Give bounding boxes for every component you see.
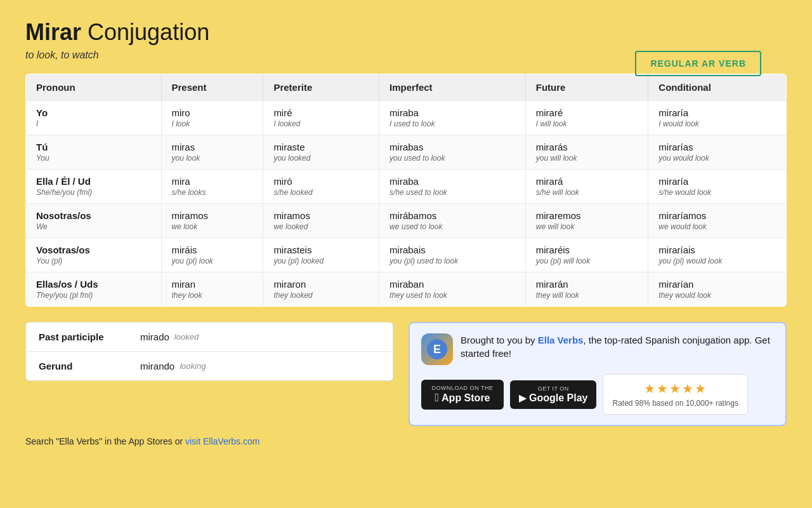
google-play-button[interactable]: GET IT ON ▶ Google Play	[510, 380, 596, 409]
promo-top: E Brought to you by Ella Verbs, the top-…	[421, 333, 774, 365]
verb-translation: you (pl) look	[172, 257, 253, 265]
participle-table: Past participle mirado looked Gerund mir…	[25, 322, 393, 381]
verb-cell: miraronthey looked	[263, 272, 379, 307]
table-row: Ellas/os / UdsThey/you (pl fml)miranthey…	[26, 272, 787, 307]
regular-verb-badge: REGULAR AR VERB	[635, 51, 761, 76]
verb-main: miraríais	[658, 244, 776, 255]
pronoun-cell: Ellas/os / UdsThey/you (pl fml)	[26, 272, 162, 307]
pronoun-main: Ella / Él / Ud	[36, 176, 151, 187]
pronoun-main: Tú	[36, 142, 151, 152]
verb-cell: miraríamoswe would look	[648, 204, 787, 238]
bottom-section: Past participle mirado looked Gerund mir…	[25, 322, 787, 426]
rating-stars: ★★★★★	[644, 381, 707, 396]
verb-translation: I look	[172, 119, 253, 128]
verb-cell: miraremoswe will look	[525, 204, 648, 238]
google-play-name: Google Play	[529, 392, 587, 404]
verb-translation: we will look	[536, 222, 638, 231]
verb-main: miraríamos	[658, 210, 776, 221]
table-row: Nosotras/osWemiramoswe lookmiramoswe loo…	[26, 204, 787, 238]
ella-verbs-link[interactable]: Ella Verbs	[538, 335, 584, 345]
gerund-trans: looking	[180, 361, 206, 371]
verb-translation: s/he will look	[536, 188, 638, 197]
pronoun-sub: You	[36, 154, 151, 163]
verb-translation: you (pl) used to look	[390, 257, 515, 265]
verb-cell: miramoswe looked	[263, 204, 379, 238]
pronoun-cell: YoI	[26, 101, 162, 135]
col-header-imperfect: Imperfect	[379, 74, 526, 101]
verb-main: mira	[172, 176, 253, 187]
verb-main: miraste	[273, 142, 369, 152]
verb-main: miramos	[172, 210, 253, 221]
gerund-label: Gerund	[39, 361, 140, 371]
verb-cell: miroI look	[161, 101, 263, 135]
app-store-button[interactable]: Download on the  App Store	[421, 380, 504, 410]
conjugation-table: Pronoun Present Preterite Imperfect Futu…	[25, 74, 787, 307]
verb-cell: mirasteisyou (pl) looked	[263, 238, 379, 272]
pronoun-sub: They/you (pl fml)	[36, 291, 151, 300]
verb-translation: you (pl) looked	[273, 257, 369, 265]
verb-cell: miráisyou (pl) look	[161, 238, 263, 272]
table-row: Vosotras/osYou (pl)miráisyou (pl) lookmi…	[26, 238, 787, 272]
ella-verbs-website-link[interactable]: visit EllaVerbs.com	[185, 436, 259, 446]
table-row: YoImiroI lookmiréI lookedmirabaI used to…	[26, 101, 787, 135]
rating-box: ★★★★★ Rated 98% based on 10,000+ ratings	[603, 374, 747, 415]
pronoun-cell: TúYou	[26, 135, 162, 170]
verb-main: miraré	[536, 107, 638, 118]
verb-translation: you would look	[658, 154, 776, 163]
verb-cell: mirasteyou looked	[263, 135, 379, 170]
verb-cell: miras/he looks	[161, 170, 263, 204]
verb-main: mirábamos	[390, 210, 515, 221]
verb-cell: miraréisyou (pl) will look	[525, 238, 648, 272]
verb-cell: miraréI will look	[525, 101, 648, 135]
verb-main: miraba	[390, 176, 515, 187]
verb-cell: mirasyou look	[161, 135, 263, 170]
pronoun-main: Ellas/os / Uds	[36, 279, 151, 290]
verb-cell: mirabaI used to look	[379, 101, 526, 135]
verb-translation: you will look	[536, 154, 638, 163]
verb-cell: miraránthey will look	[525, 272, 648, 307]
verb-translation: s/he would look	[658, 188, 776, 197]
verb-translation: s/he looked	[273, 188, 369, 197]
verb-cell: mirabanthey used to look	[379, 272, 526, 307]
verb-cell: miraríaI would look	[648, 101, 787, 135]
verb-main: mirarían	[658, 279, 776, 290]
promo-box: E Brought to you by Ella Verbs, the top-…	[409, 322, 787, 426]
verb-main: miran	[172, 279, 253, 290]
verb-cell: miraríanthey would look	[648, 272, 787, 307]
verb-main: mirarías	[658, 142, 776, 152]
verb-main: miraba	[390, 107, 515, 118]
col-header-present: Present	[161, 74, 263, 101]
verb-translation: they looked	[273, 291, 369, 300]
verb-translation: you look	[172, 154, 253, 163]
gerund-row: Gerund mirando looking	[26, 352, 393, 380]
verb-translation: we looked	[273, 222, 369, 231]
pronoun-main: Vosotras/os	[36, 244, 151, 255]
apple-logo-icon: 	[435, 391, 439, 404]
table-row: TúYoumirasyou lookmirasteyou lookedmirab…	[26, 135, 787, 170]
col-header-conditional: Conditional	[648, 74, 787, 101]
verb-cell: mirabaisyou (pl) used to look	[379, 238, 526, 272]
verb-translation: you used to look	[390, 154, 515, 163]
verb-cell: mirarás/he will look	[525, 170, 648, 204]
verb-translation: I looked	[273, 119, 369, 128]
verb-translation: you looked	[273, 154, 369, 163]
verb-main: mirarán	[536, 279, 638, 290]
pronoun-sub: She/he/you (fml)	[36, 188, 151, 197]
pronoun-cell: Nosotras/osWe	[26, 204, 162, 238]
google-play-get-text: GET IT ON	[538, 385, 569, 392]
verb-translation: they look	[172, 291, 253, 300]
verb-translation: I will look	[536, 119, 638, 128]
col-header-pronoun: Pronoun	[26, 74, 162, 101]
past-participle-value: mirado	[140, 331, 169, 342]
table-row: Ella / Él / UdShe/he/you (fml)miras/he l…	[26, 170, 787, 204]
verb-translation: we used to look	[390, 222, 515, 231]
page-title: Mirar Conjugation	[25, 19, 787, 46]
verb-main: miro	[172, 107, 253, 118]
pronoun-cell: Ella / Él / UdShe/he/you (fml)	[26, 170, 162, 204]
verb-translation: s/he used to look	[390, 188, 515, 197]
verb-translation: they used to look	[390, 291, 515, 300]
app-store-download-text: Download on the	[432, 385, 494, 391]
verb-main: mirabais	[390, 244, 515, 255]
pronoun-cell: Vosotras/osYou (pl)	[26, 238, 162, 272]
verb-main: miraría	[658, 107, 776, 118]
